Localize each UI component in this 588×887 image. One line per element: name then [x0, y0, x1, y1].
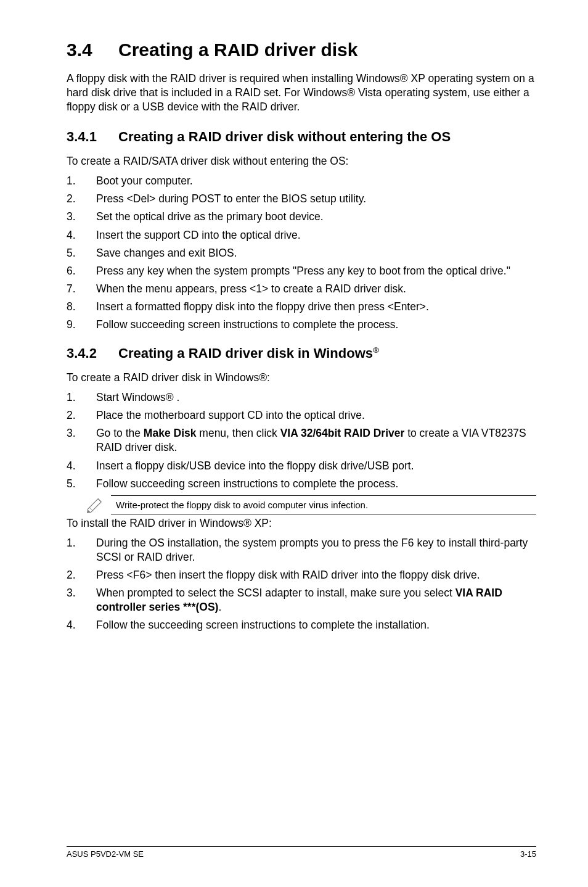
- step-text: Boot your computer.: [96, 174, 536, 188]
- note-row: Write-protect the floppy disk to avoid c…: [85, 495, 536, 516]
- step-number: 7.: [67, 282, 96, 296]
- list-item: 5.Save changes and exit BIOS.: [67, 246, 536, 260]
- list-item: 1.During the OS installation, the system…: [67, 536, 536, 564]
- step-text: Insert a formatted floppy disk into the …: [96, 300, 536, 314]
- list-item: 4.Insert a floppy disk/USB device into t…: [67, 459, 536, 473]
- step-number: 1.: [67, 174, 96, 188]
- list-item: 6.Press any key when the system prompts …: [67, 264, 536, 278]
- title-number: 3.4: [67, 39, 118, 60]
- section-title: Creating a RAID driver disk without ente…: [118, 129, 451, 144]
- note-text: Write-protect the floppy disk to avoid c…: [111, 495, 536, 514]
- step-number: 1.: [67, 536, 96, 564]
- step-text: During the OS installation, the system p…: [96, 536, 536, 564]
- list-item: 2.Press <Del> during POST to enter the B…: [67, 192, 536, 206]
- steps-list: 1.Boot your computer. 2.Press <Del> duri…: [67, 174, 536, 332]
- page-footer: ASUS P5VD2-VM SE 3-15: [67, 846, 536, 859]
- step-number: 1.: [67, 390, 96, 405]
- step-text: When prompted to select the SCSI adapter…: [96, 586, 536, 614]
- section-heading: 3.4.1Creating a RAID driver disk without…: [67, 129, 536, 145]
- step-number: 2.: [67, 408, 96, 423]
- section-lead: To create a RAID driver disk in Windows®…: [67, 371, 536, 384]
- step-text: Insert a floppy disk/USB device into the…: [96, 459, 536, 473]
- step-number: 9.: [67, 318, 96, 332]
- step-text: Insert the support CD into the optical d…: [96, 228, 536, 242]
- pencil-icon: [85, 495, 110, 516]
- step-number: 6.: [67, 264, 96, 278]
- list-item: 5.Follow succeeding screen instructions …: [67, 477, 536, 491]
- steps-list: 1.During the OS installation, the system…: [67, 536, 536, 633]
- steps-list: 1.Start Windows® . 2.Place the motherboa…: [67, 390, 536, 491]
- step-text: When the menu appears, press <1> to crea…: [96, 282, 536, 296]
- step-text: Go to the Make Disk menu, then click VIA…: [96, 426, 536, 455]
- step-number: 4.: [67, 228, 96, 242]
- step-text: Press any key when the system prompts "P…: [96, 264, 536, 278]
- step-text: Follow succeeding screen instructions to…: [96, 318, 536, 332]
- list-item: 3.When prompted to select the SCSI adapt…: [67, 586, 536, 614]
- step-number: 5.: [67, 246, 96, 260]
- step-number: 5.: [67, 477, 96, 491]
- section-heading: 3.4.2Creating a RAID driver disk in Wind…: [67, 345, 536, 361]
- list-item: 2.Press <F6> then insert the floppy disk…: [67, 568, 536, 582]
- step-number: 8.: [67, 300, 96, 314]
- step-text: Follow succeeding screen instructions to…: [96, 477, 536, 491]
- step-text: Press <F6> then insert the floppy disk w…: [96, 568, 536, 582]
- footer-left: ASUS P5VD2-VM SE: [67, 849, 144, 859]
- step-number: 3.: [67, 210, 96, 224]
- step-number: 4.: [67, 618, 96, 632]
- list-item: 1.Start Windows® .: [67, 390, 536, 405]
- step-text: Place the motherboard support CD into th…: [96, 408, 536, 423]
- title-text: Creating a RAID driver disk: [118, 39, 357, 60]
- section-number: 3.4.2: [67, 345, 118, 361]
- section-number: 3.4.1: [67, 129, 118, 145]
- list-item: 4.Insert the support CD into the optical…: [67, 228, 536, 242]
- step-text: Save changes and exit BIOS.: [96, 246, 536, 260]
- step-number: 3.: [67, 586, 96, 614]
- step-text: Set the optical drive as the primary boo…: [96, 210, 536, 224]
- list-item: 7.When the menu appears, press <1> to cr…: [67, 282, 536, 296]
- section-lead: To install the RAID driver in Windows® X…: [67, 517, 536, 530]
- footer-right: 3-15: [520, 849, 536, 859]
- section-lead: To create a RAID/SATA driver disk withou…: [67, 155, 536, 168]
- step-number: 2.: [67, 192, 96, 206]
- step-number: 3.: [67, 426, 96, 455]
- step-text: Follow the succeeding screen instruction…: [96, 618, 536, 632]
- step-text: Start Windows® .: [96, 390, 536, 405]
- step-number: 2.: [67, 568, 96, 582]
- section-title: Creating a RAID driver disk in Windows®: [118, 345, 379, 361]
- list-item: 4.Follow the succeeding screen instructi…: [67, 618, 536, 632]
- step-number: 4.: [67, 459, 96, 473]
- list-item: 3.Go to the Make Disk menu, then click V…: [67, 426, 536, 455]
- list-item: 8.Insert a formatted floppy disk into th…: [67, 300, 536, 314]
- list-item: 3.Set the optical drive as the primary b…: [67, 210, 536, 224]
- list-item: 2.Place the motherboard support CD into …: [67, 408, 536, 423]
- page-title: 3.4Creating a RAID driver disk: [67, 39, 536, 60]
- list-item: 1.Boot your computer.: [67, 174, 536, 188]
- intro-paragraph: A floppy disk with the RAID driver is re…: [67, 72, 536, 114]
- list-item: 9.Follow succeeding screen instructions …: [67, 318, 536, 332]
- step-text: Press <Del> during POST to enter the BIO…: [96, 192, 536, 206]
